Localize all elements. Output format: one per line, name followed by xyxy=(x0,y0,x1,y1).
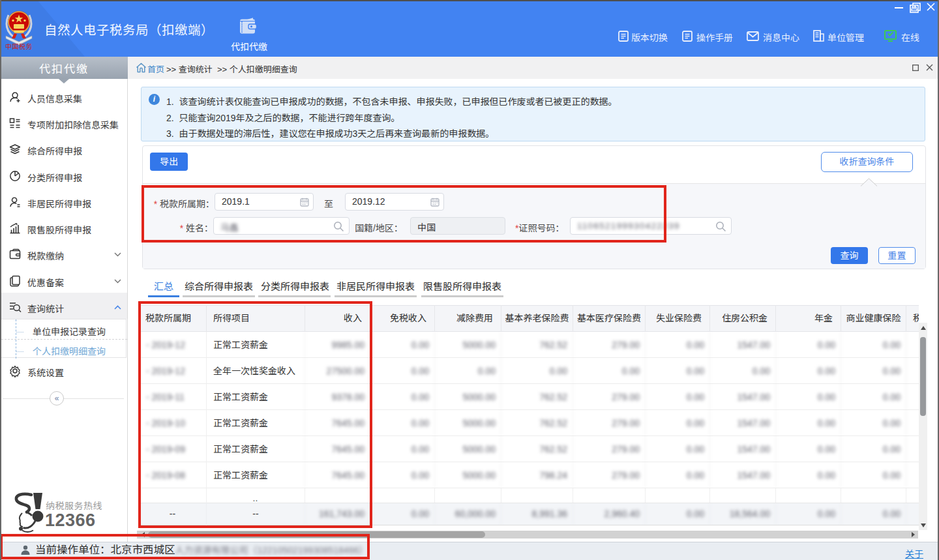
svg-text:中国税务: 中国税务 xyxy=(5,41,33,50)
svg-text:12366: 12366 xyxy=(45,510,96,530)
svg-text:纳税服务热线: 纳税服务热线 xyxy=(46,499,102,512)
